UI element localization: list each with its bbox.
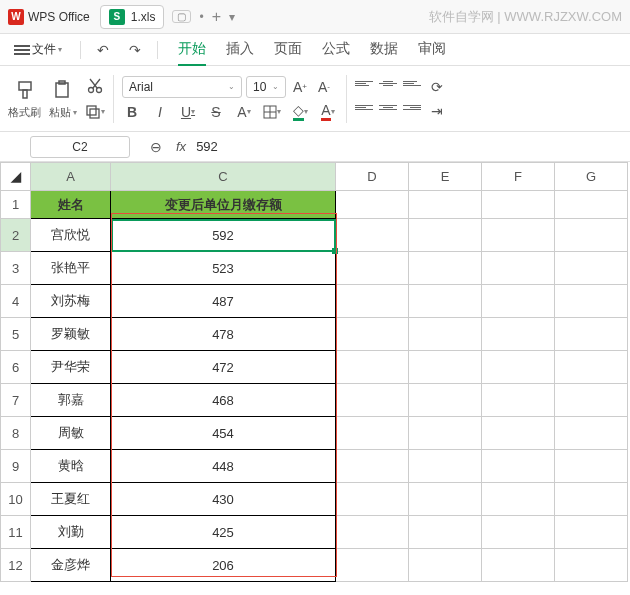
align-right-icon[interactable]: [403, 101, 421, 115]
cell[interactable]: [409, 219, 482, 252]
cell-amount[interactable]: 472: [111, 351, 336, 384]
tab-data[interactable]: 数据: [370, 34, 398, 66]
tab-formula[interactable]: 公式: [322, 34, 350, 66]
fill-color-button[interactable]: ◇▾: [290, 102, 310, 122]
cell[interactable]: [482, 318, 555, 351]
redo-icon[interactable]: ↷: [125, 40, 145, 60]
align-left-icon[interactable]: [355, 101, 373, 115]
cell[interactable]: [555, 417, 628, 450]
header-cell-amount[interactable]: 变更后单位月缴存额: [111, 191, 336, 219]
cell[interactable]: [336, 450, 409, 483]
cell[interactable]: [336, 483, 409, 516]
tab-menu-icon[interactable]: ▢: [172, 10, 191, 23]
col-header-g[interactable]: G: [555, 163, 628, 191]
font-select[interactable]: Arial⌄: [122, 76, 242, 98]
cell[interactable]: [336, 516, 409, 549]
cell[interactable]: [555, 549, 628, 582]
cell[interactable]: [336, 417, 409, 450]
cell-name[interactable]: 黄晗: [31, 450, 111, 483]
cell[interactable]: [555, 384, 628, 417]
undo-icon[interactable]: ↶: [93, 40, 113, 60]
cell[interactable]: [482, 384, 555, 417]
cell[interactable]: [482, 417, 555, 450]
row-header[interactable]: 5: [1, 318, 31, 351]
cell-name[interactable]: 王夏红: [31, 483, 111, 516]
cell[interactable]: [336, 318, 409, 351]
cell[interactable]: [482, 549, 555, 582]
cell[interactable]: [555, 285, 628, 318]
orientation-icon[interactable]: ⟳: [427, 77, 447, 97]
cell[interactable]: [555, 351, 628, 384]
document-tab[interactable]: S 1.xls: [100, 5, 165, 29]
col-header-d[interactable]: D: [336, 163, 409, 191]
align-bottom-icon[interactable]: [403, 77, 421, 91]
fill-handle[interactable]: [332, 248, 338, 254]
row-header[interactable]: 2: [1, 219, 31, 252]
cell[interactable]: [409, 318, 482, 351]
tab-start[interactable]: 开始: [178, 34, 206, 66]
cell-name[interactable]: 罗颖敏: [31, 318, 111, 351]
decrease-font-icon[interactable]: A-: [314, 77, 334, 97]
cut-icon[interactable]: [85, 76, 105, 96]
cell[interactable]: [482, 516, 555, 549]
cell[interactable]: [482, 219, 555, 252]
cell[interactable]: [555, 191, 628, 219]
cell[interactable]: [482, 351, 555, 384]
cell-name[interactable]: 金彦烨: [31, 549, 111, 582]
tab-insert[interactable]: 插入: [226, 34, 254, 66]
cell[interactable]: [482, 285, 555, 318]
cell[interactable]: [336, 384, 409, 417]
cell[interactable]: [555, 252, 628, 285]
cell[interactable]: [409, 285, 482, 318]
format-brush-group[interactable]: 格式刷: [8, 77, 41, 120]
cell[interactable]: [555, 318, 628, 351]
cell-name[interactable]: 张艳平: [31, 252, 111, 285]
hamburger-menu[interactable]: 文件 ▾: [8, 38, 68, 61]
align-center-icon[interactable]: [379, 101, 397, 115]
cell-name[interactable]: 尹华荣: [31, 351, 111, 384]
cell-amount[interactable]: 454: [111, 417, 336, 450]
cell[interactable]: [555, 516, 628, 549]
copy-icon[interactable]: ▾: [85, 102, 105, 122]
cell-name[interactable]: 宫欣悦: [31, 219, 111, 252]
cell[interactable]: [482, 450, 555, 483]
row-header[interactable]: 8: [1, 417, 31, 450]
grid[interactable]: ◢ A C D E F G 1 姓名 变更后单位月缴存额 2宫欣悦5923张艳平…: [0, 162, 628, 582]
row-header[interactable]: 7: [1, 384, 31, 417]
cell[interactable]: [482, 483, 555, 516]
cell[interactable]: [409, 252, 482, 285]
cell[interactable]: [336, 219, 409, 252]
row-header[interactable]: 12: [1, 549, 31, 582]
tab-review[interactable]: 审阅: [418, 34, 446, 66]
cell[interactable]: [409, 516, 482, 549]
cell[interactable]: [336, 351, 409, 384]
font-style-more[interactable]: A▾: [234, 102, 254, 122]
cell[interactable]: [555, 483, 628, 516]
cell[interactable]: [409, 549, 482, 582]
increase-font-icon[interactable]: A+: [290, 77, 310, 97]
align-middle-icon[interactable]: [379, 77, 397, 91]
tab-list-icon[interactable]: ▾: [229, 10, 235, 24]
cell-name[interactable]: 刘苏梅: [31, 285, 111, 318]
fx-label[interactable]: fx: [176, 139, 186, 154]
row-header[interactable]: 4: [1, 285, 31, 318]
col-header-f[interactable]: F: [482, 163, 555, 191]
cell[interactable]: [409, 483, 482, 516]
cell[interactable]: [409, 191, 482, 219]
font-color-button[interactable]: A▾: [318, 102, 338, 122]
cell[interactable]: [482, 191, 555, 219]
cancel-formula-icon[interactable]: ⊖: [146, 137, 166, 157]
bold-button[interactable]: B: [122, 102, 142, 122]
cell[interactable]: [409, 450, 482, 483]
row-header[interactable]: 9: [1, 450, 31, 483]
cell-amount[interactable]: 523: [111, 252, 336, 285]
align-top-icon[interactable]: [355, 77, 373, 91]
col-header-e[interactable]: E: [409, 163, 482, 191]
strike-button[interactable]: S: [206, 102, 226, 122]
row-header[interactable]: 1: [1, 191, 31, 219]
name-box[interactable]: C2: [30, 136, 130, 158]
paste-group[interactable]: 粘贴▾: [49, 77, 77, 120]
indent-icon[interactable]: ⇥: [427, 101, 447, 121]
new-tab-icon[interactable]: +: [212, 8, 221, 26]
cell[interactable]: [555, 219, 628, 252]
